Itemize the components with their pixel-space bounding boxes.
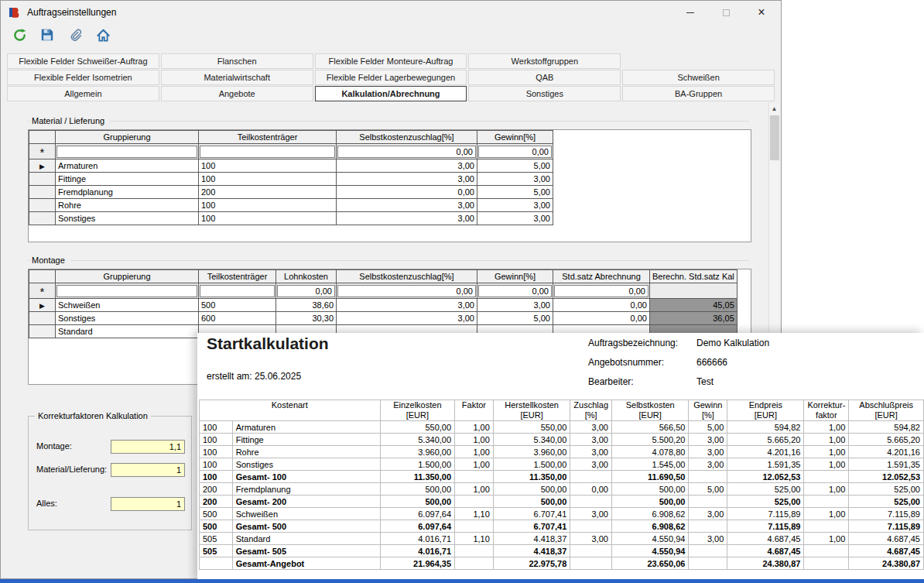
- minimize-button[interactable]: [672, 1, 708, 24]
- grid-cell[interactable]: 3,00: [337, 173, 477, 186]
- column-header[interactable]: Gruppierung: [56, 270, 199, 283]
- new-row-input[interactable]: 0,00: [337, 285, 476, 297]
- grid-cell[interactable]: 3,00: [337, 299, 477, 312]
- new-row-input[interactable]: 0,00: [478, 285, 552, 297]
- factor-input[interactable]: 1: [111, 497, 185, 511]
- row-selector[interactable]: [29, 325, 56, 338]
- row-selector[interactable]: [29, 186, 56, 199]
- new-row-input[interactable]: 0,00: [478, 146, 552, 158]
- grid-cell[interactable]: 0,00: [276, 283, 337, 299]
- grid-cell[interactable]: 100: [199, 212, 337, 225]
- row-selector[interactable]: [29, 212, 56, 225]
- new-row-input[interactable]: 0,00: [337, 146, 476, 158]
- attachment-button[interactable]: [66, 27, 84, 46]
- tab-flexible-felder-isometrien[interactable]: Flexible Felder Isometrien: [7, 70, 159, 85]
- grid-cell[interactable]: 100: [199, 159, 337, 173]
- row-selector[interactable]: [29, 199, 56, 212]
- column-header[interactable]: Gewinn[%]: [477, 270, 553, 283]
- grid-cell[interactable]: 38,60: [276, 299, 337, 312]
- column-header[interactable]: Gewinn[%]: [477, 131, 553, 144]
- home-button[interactable]: [94, 27, 112, 46]
- grid-cell[interactable]: Sonstiges: [56, 312, 199, 325]
- tab-kalkulation-abrechnung[interactable]: Kalkulation/Abrechnung: [315, 86, 467, 101]
- tab-qab[interactable]: QAB: [468, 70, 621, 85]
- grid-cell[interactable]: 3,00: [477, 212, 553, 225]
- grid-cell[interactable]: 500: [199, 299, 276, 312]
- new-row-input[interactable]: [56, 146, 197, 158]
- tab-flanschen[interactable]: Flanschen: [161, 53, 313, 69]
- grid-cell[interactable]: 0,00: [553, 283, 650, 299]
- row-selector[interactable]: ▶: [29, 299, 56, 312]
- tab-allgemein[interactable]: Allgemein: [7, 86, 159, 101]
- grid-cell[interactable]: [650, 283, 737, 299]
- grid-cell[interactable]: Schweißen: [56, 299, 199, 312]
- grid-cell[interactable]: 3,00: [477, 173, 553, 186]
- grid-cell[interactable]: Rohre: [56, 199, 199, 212]
- grid-cell[interactable]: Sonstiges: [56, 212, 199, 225]
- grid-cell[interactable]: 0,00: [553, 312, 650, 325]
- column-header[interactable]: Gruppierung: [56, 131, 199, 144]
- grid-cell[interactable]: 3,00: [477, 299, 553, 312]
- maximize-button[interactable]: [708, 1, 744, 24]
- grid-cell[interactable]: 100: [199, 199, 337, 212]
- grid-cell[interactable]: 0,00: [337, 186, 477, 199]
- grid-cell[interactable]: 45,05: [650, 299, 737, 312]
- scroll-up-button[interactable]: ▲: [769, 103, 779, 115]
- tab-flexible-felder-lagerbewegungen[interactable]: Flexible Felder Lagerbewegungen: [315, 70, 467, 85]
- tab-angebote[interactable]: Angebote: [161, 86, 313, 101]
- close-button[interactable]: ×: [744, 1, 779, 24]
- tab-sonstiges[interactable]: Sonstiges: [468, 86, 621, 101]
- column-header[interactable]: Selbstkostenzuschlag[%]: [337, 131, 477, 144]
- column-header[interactable]: Teilkostenträger: [199, 131, 337, 144]
- grid-cell[interactable]: 0,00: [337, 144, 477, 159]
- row-selector[interactable]: [29, 173, 56, 186]
- grid-cell[interactable]: 30,30: [276, 312, 337, 325]
- grid-cell[interactable]: 3,00: [337, 199, 477, 212]
- grid-cell[interactable]: 5,00: [477, 312, 553, 325]
- grid-cell[interactable]: 0,00: [477, 144, 553, 159]
- tab-werkstoffgruppen[interactable]: Werkstoffgruppen: [468, 53, 621, 69]
- tab-materialwirtschaft[interactable]: Materialwirtschaft: [161, 70, 313, 85]
- column-header[interactable]: Berechn. Std.satz Kal: [650, 270, 737, 283]
- row-selector[interactable]: ▶: [29, 159, 56, 173]
- column-header[interactable]: Selbstkostenzuschlag[%]: [337, 270, 477, 283]
- grid-cell[interactable]: 36,05: [650, 312, 737, 325]
- scroll-thumb[interactable]: [770, 115, 779, 160]
- grid-cell[interactable]: 600: [199, 312, 276, 325]
- new-row-input[interactable]: 0,00: [277, 285, 335, 297]
- grid-cell[interactable]: [56, 283, 199, 299]
- grid-cell[interactable]: Armaturen: [56, 159, 199, 173]
- new-row-selector[interactable]: *: [29, 283, 56, 299]
- grid-cell[interactable]: 3,00: [477, 199, 553, 212]
- grid-cell[interactable]: [199, 144, 337, 159]
- refresh-button[interactable]: [10, 27, 29, 46]
- new-row-selector[interactable]: *: [29, 144, 56, 159]
- grid-cell[interactable]: 0,00: [337, 283, 477, 299]
- grid-cell[interactable]: 200: [199, 186, 337, 199]
- grid-cell[interactable]: 0,00: [553, 299, 650, 312]
- new-row-input[interactable]: [200, 146, 335, 158]
- grid-cell[interactable]: 3,00: [337, 212, 477, 225]
- new-row-input[interactable]: 0,00: [554, 285, 649, 297]
- factor-input[interactable]: 1,1: [111, 440, 185, 454]
- new-row-input[interactable]: [56, 285, 197, 297]
- save-button[interactable]: [38, 27, 56, 46]
- tab-schweißen[interactable]: Schweißen: [622, 70, 775, 85]
- grid-cell[interactable]: 5,00: [477, 186, 553, 199]
- grid-corner[interactable]: [29, 131, 56, 144]
- tab-flexible-felder-monteure-auftrag[interactable]: Flexible Felder Monteure-Auftrag: [315, 53, 467, 69]
- grid-cell[interactable]: Fremdplanung: [56, 186, 199, 199]
- grid-cell[interactable]: 3,00: [337, 312, 477, 325]
- grid-cell[interactable]: 100: [199, 173, 337, 186]
- grid-cell[interactable]: 5,00: [477, 159, 553, 173]
- column-header[interactable]: Std.satz Abrechnung: [553, 270, 650, 283]
- column-header[interactable]: Teilkostenträger: [199, 270, 276, 283]
- grid-cell[interactable]: [199, 283, 276, 299]
- grid-cell[interactable]: 0,00: [477, 283, 553, 299]
- grid-cell[interactable]: Fittinge: [56, 173, 199, 186]
- grid-cell[interactable]: [56, 144, 199, 159]
- new-row-input[interactable]: [200, 285, 275, 297]
- tab-flexible-felder-schweißer-auftrag[interactable]: Flexible Felder Schweißer-Auftrag: [7, 53, 159, 69]
- grid-cell[interactable]: 3,00: [337, 159, 477, 173]
- grid-corner[interactable]: [29, 270, 56, 283]
